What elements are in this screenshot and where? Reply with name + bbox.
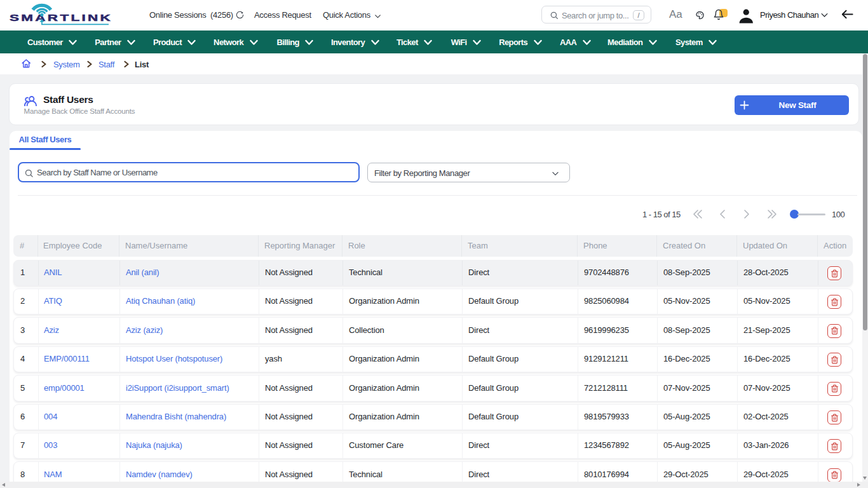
svg-text:SMARTLINK: SMARTLINK (10, 13, 112, 23)
